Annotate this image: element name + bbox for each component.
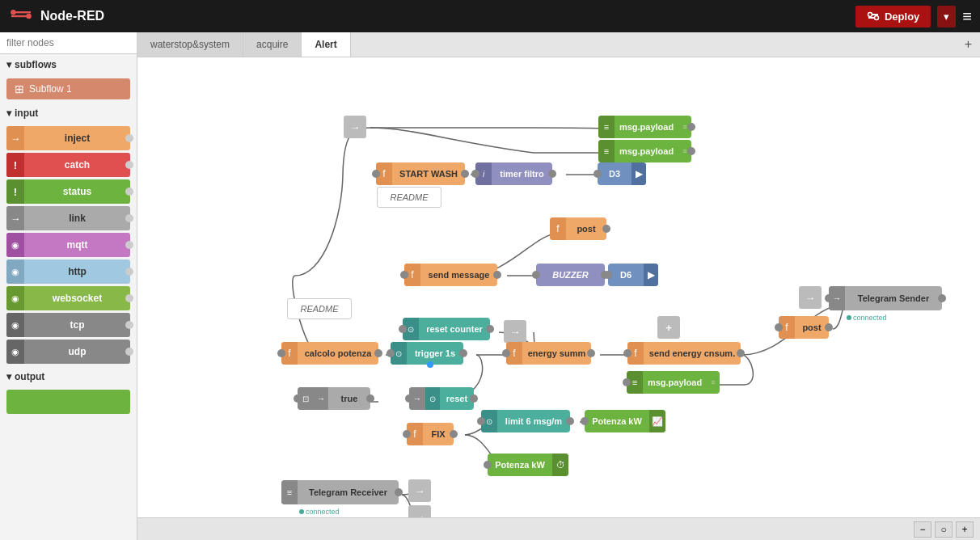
- hamburger-menu-icon[interactable]: ≡: [962, 7, 972, 26]
- post-top-label: post: [566, 224, 606, 234]
- deploy-arrow: ▾: [944, 11, 949, 23]
- limit6-port-r: [566, 417, 574, 425]
- flow-node-calcpot[interactable]: f calcolo potenza: [281, 342, 378, 365]
- flow-node-msgpayload2[interactable]: ≡ msg.payload ≡: [598, 140, 691, 162]
- flow-node-msgpayload3[interactable]: ≡ msg.payload ≡: [627, 371, 720, 394]
- deploy-icon: [867, 11, 880, 21]
- subflow1-label: Subflow 1: [29, 83, 72, 95]
- subflow1-button[interactable]: ⊞ Subflow 1: [6, 78, 130, 99]
- tcp-icon: ◉: [6, 313, 24, 337]
- flow-node-trigger1s[interactable]: ⊙ trigger 1s: [391, 342, 463, 365]
- deploy-dropdown-button[interactable]: ▾: [937, 6, 956, 27]
- flow-node-msgpayload1[interactable]: ≡ msg.payload ≡: [598, 116, 691, 138]
- flow-node-d6[interactable]: D6 ▶: [608, 264, 658, 286]
- flow-node-limit6[interactable]: ⊙ limit 6 msg/m: [481, 410, 570, 432]
- zoom-out-button[interactable]: −: [914, 521, 931, 538]
- output-node-partial[interactable]: [6, 390, 130, 414]
- resetcounter-port-l: [399, 325, 407, 333]
- reset-port-l: [405, 394, 413, 403]
- subflow-icon: ⊞: [15, 82, 24, 95]
- sidebar-item-catch[interactable]: ! catch: [6, 153, 130, 177]
- flow-node-post-top[interactable]: f post: [550, 217, 606, 240]
- tabs-bar: waterstop&system acquire Alert +: [137, 32, 980, 57]
- flow-node-d3[interactable]: D3 ▶: [598, 162, 646, 185]
- zoom-reset-button[interactable]: ○: [935, 521, 953, 538]
- inject-label: inject: [24, 133, 130, 144]
- sidebar-item-inject[interactable]: → inject: [6, 126, 130, 150]
- true-label: true: [328, 394, 370, 403]
- flow-node-sendmessage[interactable]: f send message: [404, 264, 497, 286]
- flow-node-post-right[interactable]: f post: [779, 316, 829, 339]
- sidebar-item-status[interactable]: ! status: [6, 179, 130, 204]
- flow-node-arrow-after-recv2[interactable]: →: [408, 505, 431, 517]
- mqtt-port: [125, 241, 133, 249]
- telegreceiver-connected: connected: [299, 508, 340, 516]
- flow-node-arrow-right[interactable]: →: [799, 286, 822, 309]
- reset-port-r: [470, 394, 478, 403]
- flow-node-fix[interactable]: f FIX: [407, 423, 454, 445]
- zoom-in-button[interactable]: +: [956, 521, 974, 538]
- filter-nodes-input[interactable]: [0, 32, 137, 54]
- flow-node-arrow-after-recv1[interactable]: →: [408, 479, 431, 502]
- link-label: link: [24, 213, 130, 224]
- deploy-button[interactable]: Deploy: [855, 6, 931, 27]
- flow-node-arrow-mid[interactable]: →: [504, 320, 526, 343]
- section-output[interactable]: ▾ output: [0, 366, 137, 387]
- flow-node-startwash[interactable]: f START WASH: [376, 162, 465, 185]
- tab-add-button[interactable]: +: [957, 32, 980, 57]
- true-port-r: [366, 394, 374, 403]
- status-port: [125, 188, 133, 196]
- flow-node-reset[interactable]: → ⊙ reset: [409, 387, 474, 410]
- fix-port-l: [403, 430, 411, 438]
- flow-node-energysumm[interactable]: f energy summ: [506, 342, 591, 365]
- flow-node-sendenergy[interactable]: f send energy cnsum.: [627, 342, 741, 365]
- section-subflows[interactable]: ▾ subflows: [0, 54, 137, 75]
- flow-node-potenzakw-gauge[interactable]: Potenza kW ⏱: [488, 454, 568, 476]
- sendmessage-label: send message: [420, 270, 497, 280]
- true-port-l: [294, 394, 302, 403]
- mqtt-label: mqtt: [24, 239, 130, 251]
- sidebar-item-udp[interactable]: ◉ udp: [6, 340, 130, 364]
- flow-node-timerfiltro[interactable]: i timer filtro: [475, 162, 552, 185]
- tcp-label: tcp: [24, 319, 130, 331]
- timerfiltro-port-l: [471, 170, 479, 178]
- flow-node-plus-mid[interactable]: +: [657, 316, 680, 339]
- sidebar-item-mqtt[interactable]: ◉ mqtt: [6, 233, 130, 257]
- flow-node-readme1[interactable]: README: [377, 187, 441, 208]
- flow-canvas[interactable]: → ≡ msg.payload ≡ ≡ msg.payload ≡ f STAR…: [137, 57, 980, 517]
- buzzer-port-l: [532, 271, 540, 279]
- tab-waterstop[interactable]: waterstop&system: [137, 32, 243, 57]
- potenzakw-gauge-port-l: [484, 461, 492, 469]
- msgpayload2-label: msg.payload: [615, 146, 678, 156]
- input-chevron: ▾: [6, 108, 11, 119]
- sidebar-item-link[interactable]: → link: [6, 206, 130, 230]
- trigger1s-port-r: [459, 349, 467, 357]
- zoom-out-icon: −: [919, 524, 925, 535]
- tab-acquire[interactable]: acquire: [243, 32, 302, 57]
- flow-node-arrow-top[interactable]: →: [344, 116, 366, 138]
- websocket-port: [125, 294, 133, 302]
- section-input[interactable]: ▾ input: [0, 103, 137, 124]
- tab-alert[interactable]: Alert: [302, 32, 350, 57]
- sidebar-item-tcp[interactable]: ◉ tcp: [6, 313, 130, 337]
- bottom-toolbar: − ○ +: [137, 517, 980, 540]
- flow-node-resetcounter[interactable]: ⊙ reset counter: [403, 318, 490, 340]
- mqtt-icon: ◉: [6, 233, 24, 257]
- tab-acquire-label: acquire: [256, 39, 288, 50]
- startwash-label: START WASH: [392, 169, 465, 179]
- d3-port-l: [593, 170, 602, 178]
- flow-node-potenzakw-chart[interactable]: Potenza kW 📈: [585, 410, 665, 432]
- svg-point-6: [868, 13, 872, 17]
- flow-node-telegreceiver[interactable]: ≡ Telegram Receiver connected: [281, 480, 399, 504]
- msgpayload1-label: msg.payload: [615, 122, 678, 132]
- flow-node-telegsender[interactable]: → Telegram Sender connected: [829, 286, 942, 310]
- flow-node-true[interactable]: ⊡ → true: [298, 387, 370, 410]
- status-icon: !: [6, 179, 24, 204]
- inject-icon: →: [6, 126, 24, 150]
- sidebar-item-http[interactable]: ◉ http: [6, 259, 130, 284]
- flow-node-buzzer[interactable]: BUZZER: [536, 264, 605, 286]
- d3-label: D3: [598, 169, 632, 179]
- sidebar-item-websocket[interactable]: ◉ websocket: [6, 286, 130, 310]
- flow-node-readme2[interactable]: README: [287, 298, 352, 319]
- post-top-port-r: [602, 225, 610, 233]
